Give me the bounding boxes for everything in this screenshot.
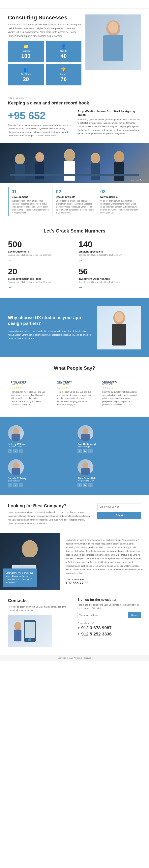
instagram-icon[interactable]: in [83, 449, 87, 453]
testimonials-title: What People Say? [8, 365, 141, 371]
large-image-section: Lorem to this first to create our vision… [0, 533, 149, 590]
hero-content: Consulting Successes Sample title. Click… [8, 14, 81, 86]
dev-title: New materials [100, 195, 138, 198]
team-section: Jeffrey Wilson Creative Leader f in t An… [0, 417, 149, 495]
record-title: Keeping a clean and order record book [8, 100, 141, 106]
number-value: 56 [78, 267, 141, 276]
facebook-icon[interactable]: f [77, 449, 82, 453]
testimonial-text: From the start we felt that Bus and Bus … [11, 391, 47, 406]
stat-number: 100 [11, 53, 41, 59]
stat-icon: 🏆 [49, 67, 78, 72]
instagram-icon[interactable]: in [13, 449, 18, 453]
hamburger-icon[interactable]: ☰ [4, 2, 7, 6]
call-us-number: +92 555 77 88 [66, 581, 143, 585]
hero-description: Sample title. Click to edit the text box… [8, 23, 81, 38]
numbers-grid: 500 Loyal Customers Sample text. Click t… [8, 240, 141, 290]
stat-number: 20 [11, 76, 41, 83]
number-label: Efficient Specialists [78, 250, 141, 253]
hero-image-placeholder [85, 14, 141, 70]
svg-rect-22 [11, 468, 20, 475]
phone-number-1: + 912 3 678 9987 [77, 625, 141, 630]
ux-title: Why choose UX studio as your app design … [8, 315, 91, 326]
number-arrow: → [8, 258, 71, 263]
newsletter-submit-button[interactable]: Submit [128, 612, 141, 618]
number-label: Investment Opportunities [78, 277, 141, 280]
large-section-text: Each cycle invokes different emotions fo… [66, 538, 143, 575]
svg-point-17 [13, 428, 19, 435]
testimonial-text: From the start we felt that Bus and Bus … [57, 391, 92, 406]
numbers-title: Let's Crack Some Numbers [8, 228, 141, 234]
stat-label: Our Team [11, 73, 41, 75]
twitter-icon[interactable]: t [19, 483, 23, 488]
twitter-icon[interactable]: t [88, 449, 93, 453]
number-item: 56 Investment Opportunities Sample text.… [78, 267, 141, 290]
newsletter-input[interactable] [77, 612, 128, 618]
newsletter-title: Sign up for the newsletter [77, 598, 141, 601]
svg-rect-33 [14, 629, 22, 642]
svg-point-5 [35, 152, 44, 162]
stat-number: 40 [49, 53, 78, 59]
record-left-text: Objectively innovate empowered manufactu… [8, 123, 72, 137]
contacts-left: Contacts Feel free to get in touch with … [8, 598, 72, 647]
ux-text: Polis qulls more dolor in reprehenderit … [8, 329, 91, 340]
svg-rect-24 [81, 468, 90, 475]
testimonial-card: Stella Larson HAIRDRESSER ★★★★★ From the… [8, 377, 50, 409]
number-item: 140 Efficient Specialists Sample text. C… [78, 240, 141, 263]
member-name: Alex Greenfield [77, 477, 96, 480]
svg-point-25 [22, 540, 38, 558]
contacts-title: Contacts [8, 598, 72, 603]
cta-content: Looking for Best Company? Lorem ipsum do… [8, 503, 91, 525]
hero-title: Consulting Successes [8, 14, 81, 21]
svg-rect-4 [15, 164, 25, 180]
facebook-icon[interactable]: f [8, 449, 12, 453]
contacts-section: Contacts Feel free to get in touch with … [0, 590, 149, 655]
team-member: Jannie Roberty Sale Manager f in t [8, 459, 72, 488]
development-item: 02 Design projects Ut elit tet lorem orn… [52, 187, 97, 216]
testimonial-card: Nick Jhanson DEVELOPER ★★★★★ From the st… [54, 377, 95, 409]
stat-card: 🏆 Awards 76 [46, 64, 81, 86]
svg-rect-10 [91, 163, 100, 180]
stat-card: 📁 Projects 100 [8, 41, 44, 62]
twitter-icon[interactable]: t [19, 449, 23, 453]
number-item: 20 Successful Business Plans Sample text… [8, 267, 71, 290]
stat-label: Awards [49, 73, 78, 75]
phone-label: Phone (Landline) [77, 622, 141, 624]
dev-number: 03 [100, 189, 138, 194]
member-title: Creative Leader [8, 445, 22, 448]
instagram-icon[interactable]: in [13, 483, 18, 488]
svg-point-32 [14, 622, 22, 630]
testimonials-section: What People Say? Stella Larson HAIRDRESS… [0, 358, 149, 417]
facebook-icon[interactable]: f [8, 483, 12, 488]
team-grid: Jeffrey Wilson Creative Leader f in t An… [8, 425, 141, 488]
facebook-icon[interactable]: f [77, 483, 82, 488]
team-member: Alex Greenfield Programming Guy f in t [77, 459, 141, 488]
member-name: Jannie Roberty [8, 477, 27, 480]
svg-rect-13 [10, 174, 139, 176]
number-arrow: → [78, 258, 141, 263]
stat-number: 76 [49, 76, 78, 83]
member-avatar-svg [8, 425, 24, 441]
number-value: 20 [8, 267, 71, 276]
team-banner: Image from Pexels [0, 143, 149, 183]
cta-submit-button[interactable]: Submit [97, 512, 141, 519]
stats-grid: 📁 Projects 100 👤 Clients 40 👥 Our Team 2… [8, 41, 81, 86]
testimonial-stars: ★★★★★ [57, 386, 92, 389]
number-desc: Sample text. Click to select the Text El… [78, 254, 141, 256]
testimonial-stars: ★★★★★ [11, 386, 47, 389]
instagram-icon[interactable]: in [83, 483, 87, 488]
top-navigation: ☰ [0, 0, 149, 8]
social-icons: f in t [8, 483, 23, 488]
cta-input[interactable] [97, 503, 141, 510]
social-icons: f in t [77, 483, 93, 488]
testimonial-name: Olga Ivanova [102, 380, 138, 383]
footer: Copyright © 2021 All Rights Reserved [0, 655, 149, 661]
testimonials-grid: Stella Larson HAIRDRESSER ★★★★★ From the… [8, 377, 141, 409]
svg-point-31 [28, 638, 31, 642]
number-value: 140 [78, 240, 141, 249]
dev-number: 02 [56, 189, 94, 194]
testimonial-role: DESIGNER [102, 383, 138, 385]
ux-section: Why choose UX studio as your app design … [0, 298, 149, 358]
svg-rect-20 [81, 434, 90, 441]
twitter-icon[interactable]: t [88, 483, 93, 488]
member-title: Web Developer [77, 445, 91, 448]
